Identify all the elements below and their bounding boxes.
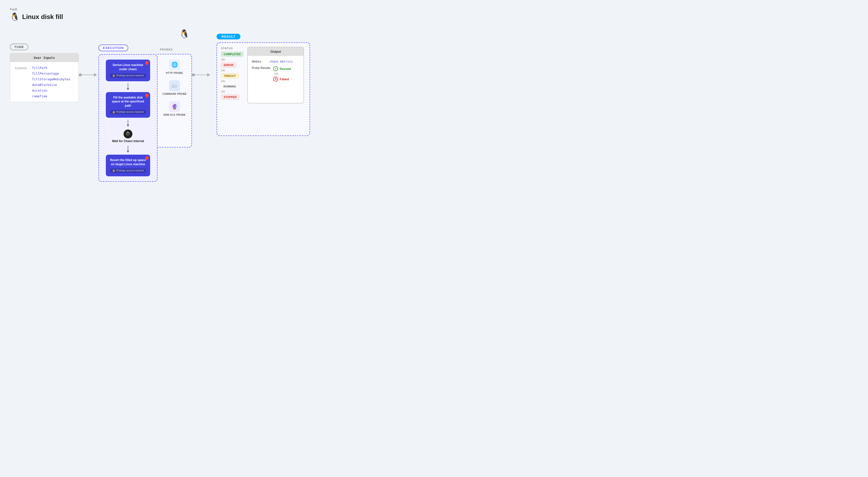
metrics-row: Metrics chaos metrics (252, 60, 300, 63)
tune-to-execution-arrow (79, 73, 98, 77)
metrics-label: Metrics (252, 60, 267, 63)
param-duration: duration (32, 89, 71, 92)
probe-results-label: Probe Results (252, 66, 270, 70)
command-probe-icon: ⌨️ (169, 80, 180, 91)
tune-box: User Inputs Common fillPath fillPercenta… (10, 53, 79, 102)
exec-step-1: Derive Linux machine under chaos 🔒 Privi… (106, 60, 150, 81)
tux-icon-execution: 🐧 (179, 29, 189, 39)
metrics-value: chaos metrics (270, 60, 292, 63)
tune-common-label: Common (15, 66, 27, 98)
exec-arrow-3 (127, 144, 129, 155)
tune-badge: TUNE (10, 43, 28, 50)
command-probe-name: COMMAND PROBE (162, 93, 187, 95)
tune-box-header: User Inputs (10, 54, 79, 62)
exec-arrow-2 (127, 118, 129, 128)
probe-srm: 🔮 SRM SLO PROBE (163, 101, 186, 116)
probes-label: PROBES (160, 48, 192, 51)
tune-box-body: Common fillPath fillPercentage fillStora… (10, 62, 79, 102)
fault-label: Fault (10, 7, 858, 11)
probes-section: PROBES 🌐 HTTP PROBE ⌨️ COMMAND PROBE 🔮 S… (157, 48, 192, 148)
probe-command: ⌨️ COMMAND PROBE (162, 80, 187, 95)
param-fillstorage: fillStorageMebibytes (32, 77, 71, 81)
srm-probe-icon: 🔮 (169, 101, 180, 112)
diagram: TUNE User Inputs Common fillPath fillPer… (10, 29, 858, 182)
exec-probes-inner: EXECUTION Derive Linux machine under cha… (98, 40, 192, 182)
result-outer-box: STATUS COMPLETED OR ERROR OR TIMEOUT OR … (217, 42, 310, 136)
probes-box: 🌐 HTTP PROBE ⌨️ COMMAND PROBE 🔮 SRM SLO … (157, 54, 192, 148)
chaos-interval: ⏱ Wait for Chaos Interval (112, 128, 144, 144)
status-running: RUNNING (221, 84, 239, 89)
status-or-1: OR (221, 58, 243, 61)
probe-passed: ✓ Passed (273, 66, 291, 71)
fault-title: 🐧 Linux disk fill (10, 12, 858, 22)
probe-results-col: ✓ Passed OR ✕ Failed (273, 66, 291, 82)
exec-arrow-1 (127, 81, 129, 92)
status-completed: COMPLETED (221, 52, 243, 57)
exec-step-3-priv: 🔒 Privilege access required (110, 169, 146, 173)
exec-step-3: Revert the filled up space on target Lin… (106, 155, 150, 176)
srm-probe-name: SRM SLO PROBE (163, 114, 186, 116)
lock-icon-3: 🔒 (112, 169, 115, 172)
param-fillpath: fillPath (32, 66, 71, 70)
exec-step-2: Fill the available disk space at the spe… (106, 92, 150, 118)
exec-step-1-label: Derive Linux machine under chaos (110, 63, 146, 71)
param-ramptime: rampTime (32, 94, 71, 98)
execution-badge: EXECUTION (98, 44, 128, 51)
status-or-2: OR (221, 69, 243, 72)
execution-section: EXECUTION Derive Linux machine under cha… (98, 44, 157, 182)
lock-icon-2: 🔒 (112, 110, 115, 114)
output-box: Output Metrics chaos metrics Probe Resul… (247, 47, 304, 103)
probes-to-result-arrow (192, 73, 212, 77)
tune-section: TUNE User Inputs Common fillPath fillPer… (10, 43, 79, 102)
result-section: RESULT STATUS COMPLETED OR ERROR OR TIME… (217, 34, 310, 136)
probe-results-row: Probe Results ✓ Passed OR ✕ Fai (252, 66, 300, 82)
status-or-3: OR (221, 80, 243, 83)
status-stopped: STOPPED (221, 95, 239, 99)
arrow-line (82, 74, 94, 75)
param-fillpercentage: fillPercentage (32, 72, 71, 76)
page-header: Fault 🐧 Linux disk fill (10, 7, 858, 22)
probe-arrow-head (207, 73, 210, 77)
status-timeout: TIMEOUT (221, 73, 239, 78)
arrow-head (94, 73, 97, 77)
lock-icon-1: 🔒 (112, 74, 115, 77)
http-probe-name: HTTP PROBE (166, 72, 183, 74)
status-error: ERROR (221, 63, 236, 67)
linux-tux-icon: 🐧 (10, 12, 20, 22)
result-badge: RESULT (217, 34, 241, 39)
param-datablocksize: dataBlockSize (32, 83, 71, 87)
status-badges-list: COMPLETED OR ERROR OR TIMEOUT OR RUNNING… (221, 52, 243, 99)
status-or-4: OR (221, 90, 243, 93)
exec-step-2-label: Fill the available disk space at the spe… (110, 95, 146, 108)
arrow-start-circle (79, 73, 82, 76)
output-header: Output (248, 47, 304, 56)
execution-box: Derive Linux machine under chaos 🔒 Privi… (98, 54, 157, 182)
probe-failed: ✕ Failed (273, 77, 291, 82)
tune-params: fillPath fillPercentage fillStorageMebib… (32, 66, 71, 98)
x-icon: ✕ (273, 77, 278, 82)
status-label: STATUS (221, 47, 243, 50)
probe-results-or: OR (274, 72, 291, 76)
probe-http: 🌐 HTTP PROBE (166, 59, 183, 74)
check-icon: ✓ (273, 66, 278, 71)
execution-probes-wrapper: 🐧 EXECUTION Derive Linux machine under c… (98, 29, 192, 182)
exec-step-1-priv: 🔒 Privilege access required (110, 73, 146, 78)
output-body: Metrics chaos metrics Probe Results ✓ (248, 56, 304, 85)
fault-title-text: Linux disk fill (22, 13, 63, 21)
status-column: STATUS COMPLETED OR ERROR OR TIMEOUT OR … (221, 47, 243, 103)
http-probe-icon: 🌐 (169, 59, 180, 70)
probe-arrow-line (195, 74, 207, 75)
exec-step-2-priv: 🔒 Privilege access required (110, 110, 146, 114)
chaos-label: Wait for Chaos Interval (112, 139, 144, 143)
chaos-clock-icon: ⏱ (124, 129, 132, 139)
probe-arrow-circle (192, 73, 195, 76)
exec-step-3-label: Revert the filled up space on target Lin… (110, 158, 146, 167)
result-content: STATUS COMPLETED OR ERROR OR TIMEOUT OR … (221, 47, 306, 103)
